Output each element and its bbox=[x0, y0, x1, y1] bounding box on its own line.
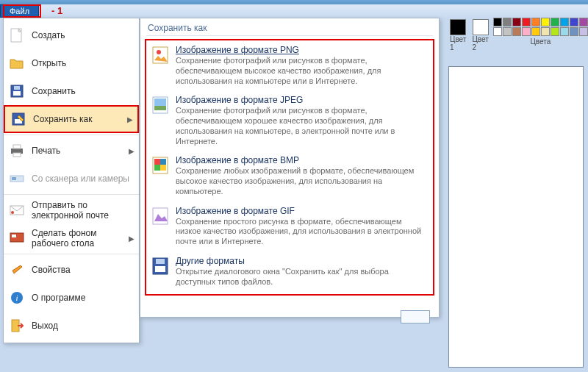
file-tab[interactable]: Файл bbox=[0, 4, 39, 18]
svg-text:i: i bbox=[15, 293, 18, 302]
save-as-submenu: Сохранить как Изображение в формате PNG … bbox=[140, 18, 440, 318]
color-palette[interactable] bbox=[493, 18, 588, 36]
palette-swatch[interactable] bbox=[541, 18, 550, 26]
color1-swatch bbox=[450, 19, 466, 35]
color-well-2[interactable]: Цвет 2 bbox=[470, 18, 490, 53]
save-icon bbox=[8, 83, 26, 99]
color-well-1[interactable]: Цвет 1 bbox=[448, 18, 467, 53]
new-file-icon bbox=[8, 27, 26, 43]
menu-item-scanner: Со сканера или камеры bbox=[4, 165, 139, 193]
palette-swatch[interactable] bbox=[503, 27, 512, 36]
menu-label: Выход bbox=[32, 321, 135, 331]
menu-item-open[interactable]: Открыть bbox=[4, 49, 139, 77]
palette-swatch[interactable] bbox=[493, 18, 502, 26]
png-file-icon bbox=[151, 45, 171, 65]
menu-label: Свойства bbox=[32, 265, 135, 275]
menu-label: Сделать фоном рабочего стола bbox=[32, 228, 126, 248]
submenu-item-png[interactable]: Изображение в формате PNG Сохранение фот… bbox=[148, 42, 431, 92]
submenu-desc: Сохранение фотографий или рисунков в фор… bbox=[176, 106, 429, 146]
menu-item-about[interactable]: i О программе bbox=[4, 284, 139, 312]
svg-rect-26 bbox=[154, 165, 160, 171]
info-icon: i bbox=[8, 290, 26, 306]
palette-swatch[interactable] bbox=[560, 27, 569, 36]
svg-rect-2 bbox=[13, 91, 21, 96]
svg-rect-3 bbox=[14, 86, 20, 90]
submenu-desc: Сохранение фотографий или рисунков в фор… bbox=[176, 56, 429, 86]
palette-swatch[interactable] bbox=[512, 27, 521, 36]
submenu-label: Изображение в формате BMP bbox=[176, 155, 429, 165]
menu-item-email[interactable]: Отправить по электронной почте bbox=[4, 196, 139, 224]
submenu-desc: Сохранение простого рисунка в формате, о… bbox=[176, 217, 429, 247]
submenu-desc: Сохранение любых изображений в формате, … bbox=[176, 166, 429, 196]
svg-rect-21 bbox=[154, 99, 166, 106]
svg-rect-30 bbox=[155, 266, 165, 272]
divider bbox=[146, 35, 433, 36]
menu-label: Печать bbox=[32, 146, 126, 156]
submenu-label: Другие форматы bbox=[176, 256, 429, 266]
properties-icon bbox=[8, 262, 26, 278]
svg-rect-22 bbox=[154, 106, 166, 110]
save-dialog-icon bbox=[151, 256, 171, 276]
palette-swatch[interactable] bbox=[522, 18, 531, 26]
exit-icon bbox=[8, 318, 26, 334]
svg-rect-24 bbox=[154, 159, 160, 165]
color1-label: Цвет 1 bbox=[450, 35, 466, 51]
palette-swatch[interactable] bbox=[512, 18, 521, 26]
menu-item-wallpaper[interactable]: Сделать фоном рабочего стола ▶ bbox=[4, 224, 139, 252]
submenu-title: Сохранить как bbox=[140, 18, 439, 35]
save-as-icon bbox=[10, 111, 27, 127]
menu-item-create[interactable]: Создать bbox=[4, 21, 139, 49]
printer-icon bbox=[8, 143, 26, 159]
palette-swatch[interactable] bbox=[579, 27, 588, 36]
menu-item-save[interactable]: Сохранить bbox=[4, 77, 139, 105]
palette-swatch[interactable] bbox=[531, 27, 540, 36]
palette-swatch[interactable] bbox=[522, 27, 531, 36]
menu-separator bbox=[4, 254, 139, 254]
menu-item-exit[interactable]: Выход bbox=[4, 312, 139, 340]
annotation-1: - 1 bbox=[51, 5, 62, 16]
open-folder-icon bbox=[8, 55, 26, 71]
submenu-item-bmp[interactable]: Изображение в формате BMP Сохранение люб… bbox=[148, 152, 431, 202]
svg-point-12 bbox=[11, 211, 14, 214]
palette-swatch[interactable] bbox=[570, 18, 578, 26]
palette-swatch[interactable] bbox=[541, 27, 550, 36]
submenu-item-gif[interactable]: Изображение в формате GIF Сохранение про… bbox=[148, 203, 431, 253]
svg-rect-27 bbox=[160, 165, 166, 171]
palette-swatch[interactable] bbox=[560, 18, 569, 26]
palette-swatch[interactable] bbox=[570, 27, 578, 36]
menu-label: О программе bbox=[32, 293, 135, 303]
menu-label: Открыть bbox=[32, 58, 135, 68]
tooltip-stub bbox=[401, 310, 430, 323]
chevron-right-icon: ▶ bbox=[129, 235, 135, 243]
submenu-item-jpeg[interactable]: Изображение в формате JPEG Сохранение фо… bbox=[148, 92, 431, 152]
menu-label: Со сканера или камеры bbox=[32, 174, 135, 184]
menu-label: Создать bbox=[32, 30, 135, 40]
menu-label: Сохранить как bbox=[33, 114, 124, 124]
palette-swatch[interactable] bbox=[579, 18, 588, 26]
svg-rect-7 bbox=[13, 145, 21, 149]
canvas[interactable] bbox=[448, 66, 584, 368]
bmp-file-icon bbox=[151, 155, 171, 176]
menu-separator bbox=[4, 135, 139, 135]
palette-swatch[interactable] bbox=[551, 18, 559, 26]
menu-item-properties[interactable]: Свойства bbox=[4, 256, 139, 284]
palette-swatch[interactable] bbox=[531, 18, 540, 26]
menu-item-print[interactable]: Печать ▶ bbox=[4, 137, 139, 165]
chevron-right-icon: ▶ bbox=[127, 115, 133, 124]
menu-label: Сохранить bbox=[32, 86, 135, 96]
submenu-desc: Открытие диалогового окна "Сохранить как… bbox=[176, 267, 429, 287]
menu-item-save-as[interactable]: Сохранить как ▶ bbox=[4, 105, 139, 133]
submenu-label: Изображение в формате PNG bbox=[176, 45, 429, 55]
colors-panel: Цвет 1 Цвет 2 Цвета bbox=[448, 18, 582, 53]
svg-rect-25 bbox=[160, 159, 166, 165]
svg-point-19 bbox=[157, 50, 161, 54]
submenu-label: Изображение в формате GIF bbox=[176, 206, 429, 216]
svg-rect-8 bbox=[13, 153, 21, 157]
palette-swatch[interactable] bbox=[493, 27, 502, 36]
file-menu: Создать Открыть Сохранить Сохранить как … bbox=[3, 18, 140, 343]
color2-swatch bbox=[473, 19, 489, 35]
palette-label: Цвета bbox=[530, 37, 551, 46]
palette-swatch[interactable] bbox=[551, 27, 559, 36]
palette-swatch[interactable] bbox=[503, 18, 512, 26]
submenu-item-other[interactable]: Другие форматы Открытие диалогового окна… bbox=[148, 253, 431, 293]
